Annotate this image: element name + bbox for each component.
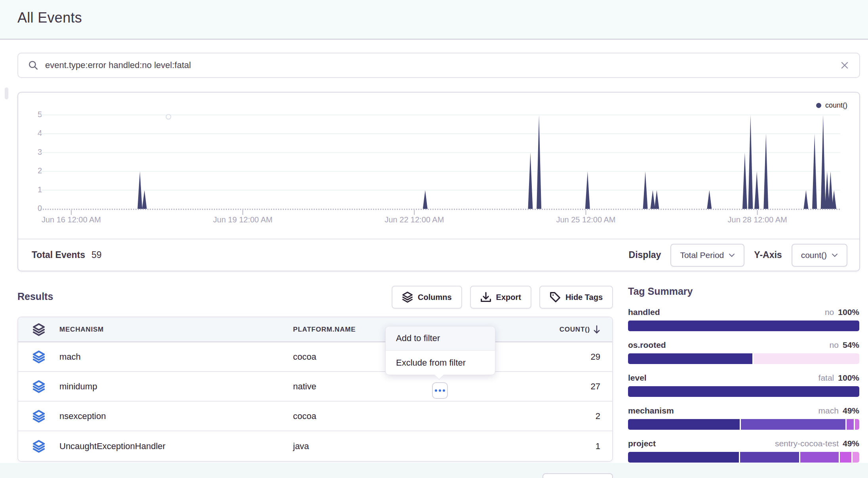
display-dropdown[interactable]: Total Period	[670, 244, 744, 267]
tag-name[interactable]: level	[628, 373, 647, 383]
tag-icon	[550, 292, 561, 303]
tag-bar-segment	[855, 419, 860, 430]
export-button[interactable]: Export	[470, 286, 531, 309]
hide-tags-button[interactable]: Hide Tags	[539, 286, 613, 309]
tag-summary-heading: Tag Summary	[628, 286, 859, 297]
total-events-value: 59	[91, 250, 102, 260]
cell-mechanism[interactable]: minidump	[59, 381, 293, 392]
column-header-mechanism[interactable]: MECHANISM	[59, 326, 293, 334]
table-row[interactable]: mach cocoa 29	[18, 342, 612, 372]
tag-distribution-bar[interactable]	[628, 386, 859, 397]
tag-distribution-bar[interactable]	[628, 452, 859, 463]
tag-top-percent: 100%	[838, 307, 859, 317]
tag-top-percent: 49%	[843, 439, 859, 448]
search-icon	[28, 60, 39, 71]
tag-distribution-bar[interactable]	[628, 321, 859, 331]
sort-desc-arrow-icon	[593, 325, 600, 334]
page-header: All Events	[0, 0, 868, 40]
cell-mechanism[interactable]: UncaughtExceptionHandler	[59, 441, 293, 451]
stack-icon	[402, 292, 413, 303]
chart-x-axis-labels: Jun 16 12:00 AMJun 19 12:00 AMJun 22 12:…	[18, 215, 861, 227]
add-to-filter-menu-item[interactable]: Add to filter	[386, 326, 495, 351]
chevron-down-icon	[729, 253, 735, 257]
tag-bar-segment	[847, 419, 853, 430]
yaxis-dropdown-value: count()	[801, 250, 827, 260]
cell-platform[interactable]: cocoa	[293, 411, 529, 421]
hide-tags-button-label: Hide Tags	[565, 293, 603, 302]
yaxis-dropdown[interactable]: count()	[792, 244, 847, 267]
tag-bar-segment	[800, 452, 839, 463]
tag-entries: handled no 100% os.rooted no 54% level f…	[628, 307, 859, 463]
columns-button[interactable]: Columns	[392, 286, 462, 309]
tag-entry: handled no 100%	[628, 307, 859, 331]
column-header-count[interactable]: COUNT()	[529, 325, 612, 334]
tag-bar-segment	[853, 452, 859, 463]
tag-top-value: fatal	[819, 373, 834, 383]
chart-footer: Total Events 59 Display Total Period Y-A…	[18, 239, 859, 271]
cell-platform[interactable]: native	[293, 381, 529, 392]
export-button-label: Export	[496, 293, 521, 302]
events-chart[interactable]	[40, 93, 840, 229]
stack-icon[interactable]	[18, 440, 59, 453]
tag-bar-segment	[740, 452, 799, 463]
columns-button-label: Columns	[418, 293, 452, 302]
total-events-label: Total Events	[32, 250, 85, 260]
ellipsis-icon	[435, 389, 437, 392]
tag-entry: mechanism mach 49%	[628, 406, 859, 430]
pagination-button-partial[interactable]	[542, 473, 613, 478]
cell-mechanism[interactable]: mach	[59, 352, 293, 362]
tag-entry: level fatal 100%	[628, 373, 859, 397]
tag-bar-segment	[628, 386, 859, 397]
table-row[interactable]: minidump native 27	[18, 372, 612, 402]
tag-top-percent: 49%	[843, 406, 859, 415]
cell-action-menu: Add to filter Exclude from filter	[385, 326, 495, 375]
stack-icon	[18, 323, 59, 336]
table-row[interactable]: nsexception cocoa 2	[18, 402, 612, 431]
table-header-row: MECHANISM PLATFORM.NAME COUNT()	[18, 317, 612, 342]
search-bar[interactable]: event.type:error handled:no level:fatal	[17, 53, 860, 78]
tag-entry: os.rooted no 54%	[628, 340, 859, 364]
search-input[interactable]: event.type:error handled:no level:fatal	[45, 60, 839, 70]
tag-bar-segment	[754, 353, 859, 364]
tag-distribution-bar[interactable]	[628, 353, 859, 364]
page-title: All Events	[17, 9, 82, 26]
results-table: MECHANISM PLATFORM.NAME COUNT() mach coc…	[17, 317, 613, 462]
table-row[interactable]: UncaughtExceptionHandler java 1	[18, 431, 612, 461]
cell-platform[interactable]: java	[293, 441, 529, 451]
count-header-label: COUNT()	[560, 326, 590, 334]
row-actions-button[interactable]	[432, 382, 448, 399]
tag-top-value: no	[825, 307, 834, 317]
stack-icon[interactable]	[18, 350, 59, 364]
tag-bar-segment	[741, 419, 846, 430]
clear-search-icon[interactable]	[839, 60, 850, 70]
tag-top-value: no	[830, 340, 839, 350]
display-label: Display	[629, 250, 661, 260]
tag-summary-panel: Tag Summary handled no 100% os.rooted no…	[628, 286, 859, 472]
tag-name[interactable]: os.rooted	[628, 340, 666, 350]
display-dropdown-value: Total Period	[680, 250, 724, 260]
tag-name[interactable]: project	[628, 439, 656, 448]
tag-bar-segment	[628, 321, 859, 331]
stack-icon[interactable]	[18, 410, 59, 423]
cell-count: 29	[529, 352, 612, 362]
tag-entry: project sentry-cocoa-test 49%	[628, 439, 859, 463]
results-heading: Results	[17, 291, 53, 302]
tag-name[interactable]: mechanism	[628, 406, 674, 415]
download-icon	[480, 292, 491, 303]
tag-bar-segment	[628, 353, 752, 364]
tag-name[interactable]: handled	[628, 307, 660, 317]
tag-top-value: sentry-cocoa-test	[775, 439, 839, 448]
tag-bar-segment	[628, 452, 739, 463]
tag-bar-segment	[628, 419, 740, 430]
cell-mechanism[interactable]: nsexception	[59, 411, 293, 421]
stack-icon[interactable]	[18, 380, 59, 393]
drag-handle[interactable]	[5, 87, 8, 99]
cell-count: 2	[529, 411, 612, 421]
chevron-down-icon	[832, 253, 838, 257]
tag-top-value: mach	[819, 406, 839, 415]
events-chart-card: count() 012345 Jun 16 12:00 AMJun 19 12:…	[17, 92, 860, 271]
tag-distribution-bar[interactable]	[628, 419, 859, 430]
table-body: mach cocoa 29 minidump native 27 nsexcep…	[18, 342, 612, 461]
tag-top-percent: 100%	[838, 373, 859, 383]
cell-count: 1	[529, 441, 612, 451]
